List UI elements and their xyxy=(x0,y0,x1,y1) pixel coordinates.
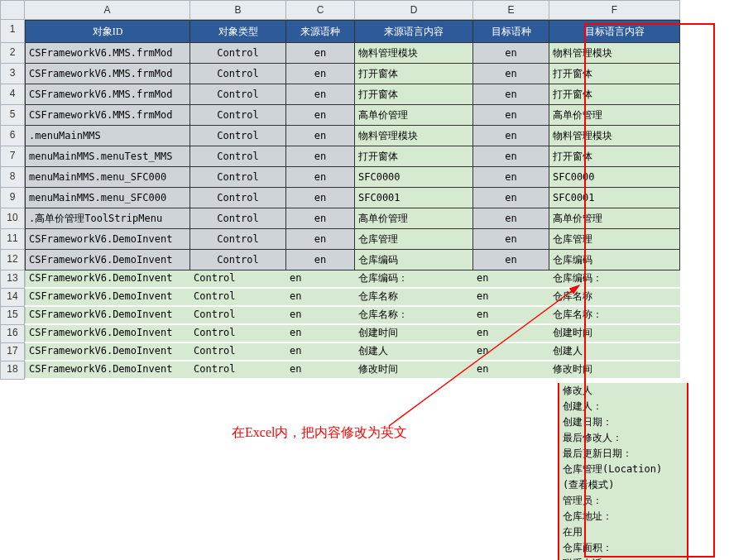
cell[interactable]: 仓库编码 xyxy=(549,250,680,270)
cell[interactable]: en xyxy=(473,229,549,250)
cell[interactable]: Control xyxy=(190,229,286,250)
row-header[interactable]: 4 xyxy=(0,84,25,105)
cell[interactable]: 仓库名称 xyxy=(549,289,680,305)
cell[interactable]: Control xyxy=(190,126,286,146)
col-header-D[interactable]: D xyxy=(355,0,473,20)
cell[interactable]: 仓库管理 xyxy=(355,229,473,250)
cell[interactable]: 仓库编码： xyxy=(549,270,680,287)
cell[interactable]: CSFrameworkV6.DemoInvent xyxy=(25,289,190,305)
cell[interactable]: en xyxy=(286,84,355,105)
cell[interactable]: 高单价管理 xyxy=(355,208,473,229)
header-cell[interactable]: 目标语言内容 xyxy=(549,20,680,43)
row-header[interactable]: 11 xyxy=(0,229,25,250)
cell[interactable]: 创建日期： xyxy=(559,414,687,430)
header-cell[interactable]: 来源语言内容 xyxy=(355,20,473,43)
cell[interactable]: 物料管理模块 xyxy=(355,126,473,146)
cell[interactable]: menuMainMMS.menu_SFC000 xyxy=(25,167,190,188)
row-header[interactable]: 13 xyxy=(0,270,25,289)
cell[interactable]: en xyxy=(473,188,549,208)
cell[interactable]: Control xyxy=(190,105,286,126)
cell[interactable]: 仓库管理(Location) xyxy=(559,462,687,477)
cell[interactable]: en xyxy=(473,307,549,323)
cell[interactable]: Control xyxy=(190,289,286,305)
cell[interactable]: en xyxy=(473,270,549,287)
cell[interactable]: CSFrameworkV6.MMS.frmMod xyxy=(25,105,190,126)
cell[interactable]: en xyxy=(286,188,355,208)
row-header[interactable]: 7 xyxy=(0,146,25,167)
cell[interactable]: .menuMainMMS xyxy=(25,126,190,146)
cell[interactable]: 高单价管理 xyxy=(549,105,680,126)
cell[interactable]: Control xyxy=(190,361,286,378)
cell[interactable]: Control xyxy=(190,84,286,105)
cell[interactable]: CSFrameworkV6.DemoInvent xyxy=(25,325,190,342)
cell[interactable]: CSFrameworkV6.MMS.frmMod xyxy=(25,43,190,64)
cell[interactable]: en xyxy=(286,105,355,126)
cell[interactable]: 仓库地址： xyxy=(559,509,687,524)
row-header[interactable]: 14 xyxy=(0,289,25,307)
cell[interactable]: 物料管理模块 xyxy=(549,43,680,64)
select-all-corner[interactable] xyxy=(0,0,25,20)
cell[interactable]: CSFrameworkV6.DemoInvent xyxy=(25,361,190,378)
header-cell[interactable]: 目标语种 xyxy=(473,20,549,43)
cell[interactable]: 创建时间 xyxy=(549,325,680,342)
cell[interactable]: 联系电话： xyxy=(559,556,687,560)
col-header-C[interactable]: C xyxy=(286,0,355,20)
cell[interactable]: en xyxy=(286,229,355,250)
cell[interactable]: 管理员： xyxy=(559,493,687,509)
cell[interactable]: 最后修改人： xyxy=(559,430,687,446)
row-header[interactable]: 1 xyxy=(0,20,25,43)
cell[interactable]: en xyxy=(473,289,549,305)
cell[interactable]: Control xyxy=(190,188,286,208)
row-header[interactable]: 16 xyxy=(0,325,25,343)
cell[interactable]: 打开窗体 xyxy=(549,84,680,105)
cell[interactable]: 高单价管理 xyxy=(355,105,473,126)
row-header[interactable]: 15 xyxy=(0,307,25,325)
row-header[interactable]: 2 xyxy=(0,43,25,64)
row-header[interactable]: 10 xyxy=(0,208,25,229)
cell[interactable]: 最后更新日期： xyxy=(559,446,687,462)
cell[interactable]: en xyxy=(473,43,549,64)
cell[interactable]: 修改时间 xyxy=(355,361,473,378)
row-header[interactable]: 6 xyxy=(0,126,25,146)
cell[interactable]: en xyxy=(473,126,549,146)
cell[interactable]: 创建时间 xyxy=(355,325,473,342)
cell[interactable]: en xyxy=(473,208,549,229)
row-header[interactable]: 8 xyxy=(0,167,25,188)
cell[interactable]: Control xyxy=(190,167,286,188)
cell[interactable]: Control xyxy=(190,325,286,342)
header-cell[interactable]: 对象类型 xyxy=(190,20,286,43)
row-header[interactable]: 9 xyxy=(0,188,25,208)
cell[interactable]: SFC0001 xyxy=(549,188,680,208)
cell[interactable]: 仓库编码： xyxy=(355,270,473,287)
cell[interactable]: CSFrameworkV6.DemoInvent xyxy=(25,270,190,287)
spreadsheet[interactable]: ABCDEF 1 对象ID 对象类型 来源语种 来源语言内容 目标语种 目标语言… xyxy=(0,0,729,380)
cell[interactable]: en xyxy=(286,307,355,323)
cell[interactable]: 修改时间 xyxy=(549,361,680,378)
col-header-E[interactable]: E xyxy=(473,0,549,20)
cell[interactable]: en xyxy=(286,270,355,287)
row-header[interactable]: 3 xyxy=(0,64,25,84)
cell[interactable]: CSFrameworkV6.DemoInvent xyxy=(25,250,190,270)
row-header[interactable]: 12 xyxy=(0,250,25,270)
cell[interactable]: 打开窗体 xyxy=(355,84,473,105)
cell[interactable]: 仓库名称： xyxy=(355,307,473,323)
cell[interactable]: 仓库面积： xyxy=(559,540,687,556)
cell[interactable]: 仓库名称： xyxy=(549,307,680,323)
cell[interactable]: en xyxy=(473,343,549,360)
cell[interactable]: CSFrameworkV6.DemoInvent xyxy=(25,343,190,360)
cell[interactable]: 创建人 xyxy=(549,343,680,360)
cell[interactable]: CSFrameworkV6.DemoInvent xyxy=(25,307,190,323)
cell[interactable]: en xyxy=(473,167,549,188)
cell[interactable]: 仓库编码 xyxy=(355,250,473,270)
col-header-F[interactable]: F xyxy=(549,0,680,20)
cell[interactable]: en xyxy=(286,167,355,188)
cell[interactable]: 创建人 xyxy=(355,343,473,360)
cell[interactable]: 修改人 xyxy=(559,383,687,399)
cell[interactable]: SFC0001 xyxy=(355,188,473,208)
cell[interactable]: en xyxy=(473,146,549,167)
cell[interactable]: Control xyxy=(190,208,286,229)
cell[interactable]: en xyxy=(286,361,355,378)
cell[interactable]: 在用 xyxy=(559,524,687,540)
header-cell[interactable]: 对象ID xyxy=(25,20,190,43)
cell[interactable]: 打开窗体 xyxy=(355,64,473,84)
